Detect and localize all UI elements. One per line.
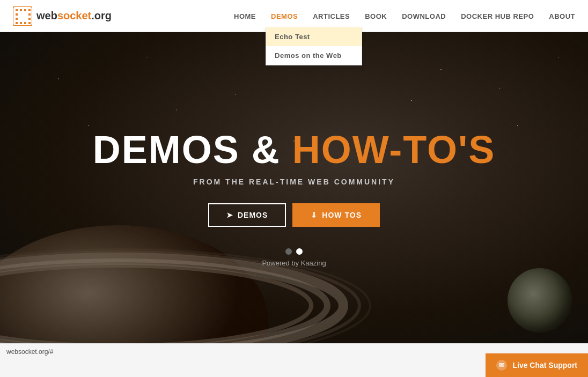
- carousel-dots: [0, 248, 588, 255]
- svg-rect-7: [16, 18, 18, 20]
- nav-link-articles[interactable]: ARTICLES: [313, 12, 350, 20]
- nav-item-docker[interactable]: DOCKER HUB REPO: [461, 11, 534, 21]
- status-url: websocket.org/#: [6, 348, 53, 356]
- demos-button-label: DEMOS: [238, 211, 268, 219]
- nav-link-book[interactable]: BOOK: [365, 12, 387, 20]
- hero-section: DEMOS & HOW-TO'S FROM THE REAL-TIME WEB …: [0, 32, 588, 343]
- svg-rect-4: [28, 9, 31, 11]
- svg-rect-12: [28, 22, 31, 24]
- logo-text: websocket.org: [36, 10, 112, 22]
- navbar: websocket.org HOME DEMOS Echo Test Demos…: [0, 0, 588, 32]
- nav-item-demos[interactable]: DEMOS Echo Test Demos on the Web: [271, 11, 298, 21]
- demos-button[interactable]: ➤ DEMOS: [208, 203, 286, 227]
- demos-arrow-icon: ➤: [226, 211, 233, 219]
- svg-rect-3: [24, 9, 26, 11]
- svg-rect-6: [28, 13, 31, 16]
- hero-title-highlight: HOW-TO'S: [292, 128, 495, 171]
- nav-menu: HOME DEMOS Echo Test Demos on the Web AR…: [234, 11, 575, 21]
- hero-title-prefix: DEMOS &: [93, 128, 292, 171]
- nav-item-book[interactable]: BOOK: [365, 11, 387, 21]
- logo[interactable]: websocket.org: [13, 6, 112, 26]
- howtos-button[interactable]: ⇓ HOW TOS: [292, 203, 380, 227]
- nav-item-articles[interactable]: ARTICLES: [313, 11, 350, 21]
- hero-content: DEMOS & HOW-TO'S FROM THE REAL-TIME WEB …: [0, 32, 588, 267]
- svg-rect-5: [16, 13, 18, 16]
- live-chat-button[interactable]: ✉ Live Chat Support: [486, 353, 588, 359]
- nav-link-home[interactable]: HOME: [234, 12, 256, 20]
- carousel-dot-1[interactable]: [285, 248, 292, 255]
- nav-item-download[interactable]: DOWNLOAD: [402, 11, 446, 21]
- powered-by: Powered by Kaazing: [0, 259, 588, 267]
- nav-item-about[interactable]: ABOUT: [549, 11, 575, 21]
- svg-rect-9: [16, 22, 18, 24]
- svg-rect-2: [20, 9, 22, 11]
- nav-link-about[interactable]: ABOUT: [549, 12, 575, 20]
- hero-title: DEMOS & HOW-TO'S: [0, 129, 588, 171]
- hero-subtitle: FROM THE REAL-TIME WEB COMMUNITY: [0, 178, 588, 186]
- svg-rect-10: [20, 22, 22, 24]
- download-icon: ⇓: [311, 211, 318, 219]
- svg-rect-11: [24, 22, 26, 24]
- planet-decoration: [508, 268, 572, 332]
- nav-link-download[interactable]: DOWNLOAD: [402, 12, 446, 20]
- dropdown-item-echo-test[interactable]: Echo Test: [266, 27, 362, 46]
- svg-rect-1: [16, 9, 18, 11]
- nav-link-docker[interactable]: DOCKER HUB REPO: [461, 12, 534, 20]
- dropdown-item-demos-on-web[interactable]: Demos on the Web: [266, 46, 362, 65]
- howtos-button-label: HOW TOS: [322, 211, 362, 219]
- demos-dropdown: Echo Test Demos on the Web: [266, 27, 362, 65]
- nav-link-demos[interactable]: DEMOS: [271, 12, 298, 20]
- nav-item-home[interactable]: HOME: [234, 11, 256, 21]
- logo-icon: [13, 6, 32, 26]
- svg-rect-8: [28, 18, 31, 20]
- hero-buttons: ➤ DEMOS ⇓ HOW TOS: [0, 203, 588, 227]
- carousel-dot-2[interactable]: [296, 248, 303, 255]
